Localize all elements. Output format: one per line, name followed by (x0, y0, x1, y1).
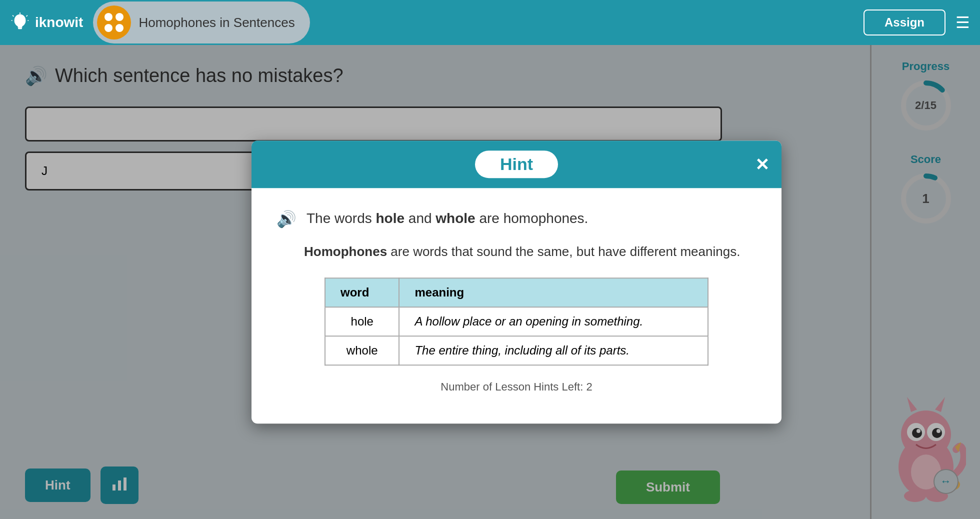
hint-modal-title-wrap: Hint (475, 150, 558, 178)
word2-bold: whole (436, 210, 475, 226)
lesson-dots (104, 13, 124, 32)
col-word: word (325, 278, 399, 307)
meaning-hole: A hollow place or an opening in somethin… (399, 307, 708, 336)
dot-3 (104, 24, 112, 32)
hint-table-body: hole A hollow place or an opening in som… (325, 307, 708, 365)
hint-modal: Hint ✕ 🔊 The words hole and whole are ho… (252, 140, 782, 424)
svg-line-5 (26, 16, 28, 16)
logo-icon (10, 12, 30, 32)
table-row: whole The entire thing, including all of… (325, 336, 708, 365)
assign-button[interactable]: Assign (864, 10, 946, 36)
col-meaning: meaning (399, 278, 708, 307)
svg-rect-1 (18, 26, 22, 28)
lesson-title: Homophones in Sentences (138, 15, 294, 30)
hint-modal-header: Hint ✕ (252, 140, 782, 188)
dot-4 (116, 24, 124, 32)
svg-line-4 (12, 16, 14, 16)
hint-speaker-icon[interactable]: 🔊 (276, 210, 296, 228)
hint-explanation: Homophones are words that sound the same… (304, 242, 756, 262)
word-hole: hole (325, 307, 399, 336)
table-row: hole A hollow place or an opening in som… (325, 307, 708, 336)
svg-point-0 (14, 14, 26, 26)
hint-text-row: 🔊 The words hole and whole are homophone… (276, 208, 756, 229)
svg-rect-2 (18, 28, 22, 29)
hint-modal-title: Hint (500, 154, 533, 174)
hint-main-text: The words hole and whole are homophones. (306, 208, 588, 229)
hint-modal-body: 🔊 The words hole and whole are homophone… (252, 188, 782, 424)
header: iknowit Homophones in Sentences Assign ☰ (0, 0, 980, 45)
dot-1 (104, 13, 112, 21)
word-whole: whole (325, 336, 399, 365)
hint-table-header: word meaning (325, 278, 708, 307)
dot-2 (116, 13, 124, 21)
main-area: 🔊 Which sentence has no mistakes? J Hint… (0, 45, 980, 519)
lesson-pill: Homophones in Sentences (93, 2, 310, 44)
logo-area: iknowit (10, 12, 83, 32)
hint-table: word meaning hole A hollow place or an o… (324, 278, 708, 366)
hint-footer: Number of Lesson Hints Left: 2 (276, 380, 756, 404)
meaning-whole: The entire thing, including all of its p… (399, 336, 708, 365)
menu-icon[interactable]: ☰ (956, 13, 970, 32)
header-right: Assign ☰ (864, 10, 970, 36)
logo-text: iknowit (35, 16, 83, 30)
hint-table-header-row: word meaning (325, 278, 708, 307)
homophones-bold: Homophones (304, 244, 387, 259)
word1-bold: hole (376, 210, 405, 226)
hint-modal-close-button[interactable]: ✕ (755, 154, 769, 174)
lesson-icon (97, 6, 131, 40)
